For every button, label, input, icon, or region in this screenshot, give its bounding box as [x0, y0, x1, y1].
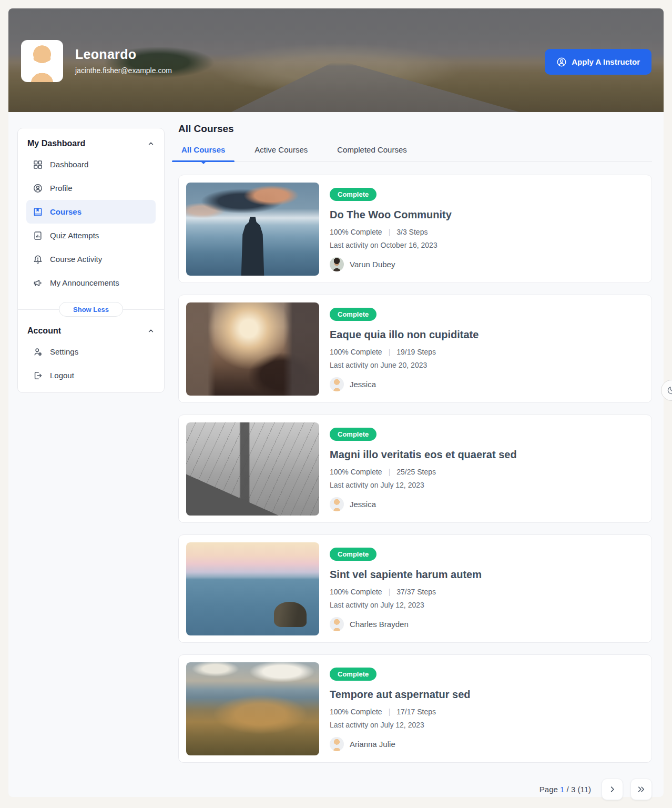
active-tab-notch [201, 161, 206, 167]
sidebar-item-courses[interactable]: Courses [26, 200, 156, 224]
logout-icon [33, 370, 43, 381]
last-page-button[interactable] [630, 779, 652, 800]
tab-all-courses[interactable]: All Courses [178, 145, 228, 161]
course-card[interactable]: Complete Sint vel sapiente harum autem 1… [178, 534, 652, 643]
progress-text: 100% Complete [330, 348, 382, 356]
courses-main: All Courses All Courses Active Courses C… [178, 123, 652, 808]
user-circle-icon [33, 183, 43, 194]
course-thumbnail[interactable] [186, 183, 319, 276]
show-less-button[interactable]: Show Less [59, 302, 123, 317]
author-avatar[interactable] [330, 497, 344, 511]
tab-label: All Courses [181, 145, 225, 154]
sidebar-heading-my-dashboard[interactable]: My Dashboard [26, 138, 156, 153]
profile-cover-banner: Leonardo jacinthe.fisher@example.com App… [8, 8, 664, 112]
progress-text: 100% Complete [330, 588, 382, 596]
author-avatar[interactable] [330, 377, 344, 391]
user-avatar[interactable] [21, 40, 63, 82]
steps-text: 25/25 Steps [396, 468, 436, 476]
page-current: 1 [560, 785, 564, 794]
steps-text: 3/3 Steps [396, 228, 427, 236]
steps-text: 17/17 Steps [396, 708, 436, 716]
moon-icon [667, 386, 672, 395]
sidebar-item-my-announcements[interactable]: My Announcements [26, 271, 156, 295]
tab-completed-courses[interactable]: Completed Courses [334, 145, 410, 161]
account-label: Account [27, 326, 61, 336]
dashboard-shell: Leonardo jacinthe.fisher@example.com App… [8, 8, 664, 797]
progress-text: 100% Complete [330, 708, 382, 716]
book-icon [33, 207, 43, 217]
apply-instructor-button[interactable]: Apply A Instructor [545, 49, 651, 75]
chevron-up-icon [147, 140, 155, 147]
tab-active-courses[interactable]: Active Courses [251, 145, 311, 161]
author-name[interactable]: Varun Dubey [350, 260, 395, 269]
bell-alert-icon [33, 254, 43, 265]
next-page-button[interactable] [602, 779, 623, 800]
author-name[interactable]: Arianna Julie [350, 740, 395, 749]
sidebar-heading-account[interactable]: Account [26, 322, 156, 340]
sidebar-item-label: Profile [50, 184, 73, 193]
course-title[interactable]: Tempore aut aspernatur sed [330, 689, 470, 701]
user-email: jacinthe.fisher@example.com [75, 66, 172, 75]
sidebar-item-profile[interactable]: Profile [26, 176, 156, 200]
status-badge: Complete [330, 428, 376, 441]
meta-divider: | [389, 588, 391, 596]
author-avatar[interactable] [330, 737, 344, 751]
page-total: / 3 (11) [567, 785, 591, 794]
sidebar-item-label: Dashboard [50, 160, 88, 169]
sidebar-item-label: Quiz Attempts [50, 231, 99, 240]
steps-text: 19/19 Steps [396, 348, 436, 356]
course-card[interactable]: Complete Tempore aut aspernatur sed 100%… [178, 654, 652, 763]
sidebar-item-course-activity[interactable]: Course Activity [26, 247, 156, 271]
course-thumbnail[interactable] [186, 662, 319, 755]
author-avatar[interactable] [330, 617, 344, 631]
page-label: Page [539, 785, 558, 794]
sidebar-item-logout[interactable]: Logout [26, 363, 156, 387]
last-activity-text: Last activity on October 16, 2023 [330, 241, 452, 249]
steps-text: 37/37 Steps [396, 588, 436, 596]
course-card[interactable]: Complete Eaque quia illo non cupiditate … [178, 295, 652, 403]
course-title[interactable]: Do The Woo Community [330, 209, 452, 221]
sidebar-item-dashboard[interactable]: Dashboard [26, 153, 156, 176]
sidebar-item-label: Courses [50, 207, 82, 216]
sidebar-item-label: My Announcements [50, 278, 119, 287]
meta-divider: | [389, 348, 391, 356]
course-card[interactable]: Complete Magni illo veritatis eos et qua… [178, 415, 652, 523]
chevron-right-icon [608, 785, 616, 793]
sidebar-item-label: Course Activity [50, 255, 102, 264]
sidebar-item-settings[interactable]: Settings [26, 340, 156, 363]
status-badge: Complete [330, 188, 376, 201]
meta-divider: | [389, 228, 391, 236]
author-name[interactable]: Jessica [350, 500, 376, 509]
page-title: All Courses [178, 123, 652, 135]
last-activity-text: Last activity on July 12, 2023 [330, 601, 482, 609]
course-card[interactable]: Complete Do The Woo Community 100% Compl… [178, 175, 652, 283]
author-name[interactable]: Jessica [350, 380, 376, 389]
tab-label: Active Courses [254, 145, 308, 154]
last-activity-text: Last activity on June 20, 2023 [330, 361, 478, 369]
sidebar-item-quiz-attempts[interactable]: Quiz Attempts [26, 224, 156, 247]
sidebar-item-label: Logout [50, 371, 74, 380]
last-activity-text: Last activity on July 12, 2023 [330, 721, 470, 729]
tab-label: Completed Courses [337, 145, 407, 154]
course-thumbnail[interactable] [186, 302, 319, 396]
courses-tabs: All Courses Active Courses Completed Cou… [178, 145, 652, 161]
course-title[interactable]: Eaque quia illo non cupiditate [330, 329, 478, 341]
course-thumbnail[interactable] [186, 542, 319, 635]
progress-text: 100% Complete [330, 228, 382, 236]
dashboard-grid-icon [33, 159, 43, 170]
course-title[interactable]: Sint vel sapiente harum autem [330, 569, 482, 581]
author-avatar[interactable] [330, 257, 344, 271]
user-gear-icon [33, 347, 43, 357]
pagination: Page 1 / 3 (11) [178, 779, 652, 808]
double-chevron-right-icon [637, 785, 646, 793]
course-thumbnail[interactable] [186, 422, 319, 516]
dashboard-sidebar: My Dashboard Dashboard [17, 128, 165, 393]
apply-instructor-label: Apply A Instructor [572, 57, 640, 66]
course-list: Complete Do The Woo Community 100% Compl… [178, 175, 652, 763]
course-title[interactable]: Magni illo veritatis eos et quaerat sed [330, 449, 517, 461]
progress-text: 100% Complete [330, 468, 382, 476]
author-name[interactable]: Charles Brayden [350, 620, 409, 629]
status-badge: Complete [330, 308, 376, 321]
sidebar-item-label: Settings [50, 347, 78, 356]
page-indicator: Page 1 / 3 (11) [539, 785, 591, 794]
